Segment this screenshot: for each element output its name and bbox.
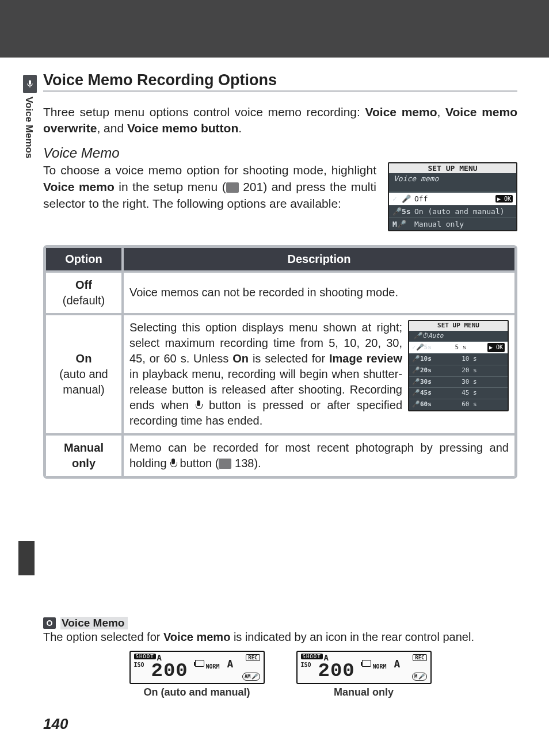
camera-setup-menu-screenshot: SET UP MENU Voice memo ✓ 🎤 Off ▶ OK 🎤5s … [388,162,517,231]
mic-icon [195,400,202,411]
manual-mic-icon: M🎤 [392,220,414,228]
menu-row-on: 🎤5s On (auto and manual) [389,205,516,217]
submenu-row: ✓🎤5s5 s▶ OK [409,341,508,353]
submenu-row: 🎤30s30 s [409,376,508,388]
norm-label: NORM [373,663,387,670]
opt-off-sub: (default) [52,293,116,308]
desc-on: Selecting this option displays menu show… [129,320,402,429]
iso-label: ISO [301,662,311,668]
shoot-tag: SHOOT [301,654,323,659]
submenu-row: 🎤20s20 s [409,365,508,376]
submenu-row: 🎤45s45 s [409,387,508,399]
subheading-voice-memo: Voice Memo [43,145,517,161]
control-panel-display: SHOOT A ISO 200 NORM A REC M🎤 [296,651,432,684]
menu-row-off: ✓ 🎤 Off ▶ OK [389,192,516,205]
mode-a-icon: A [227,658,234,670]
col-description: Description [123,247,516,272]
opt-on-sub: (auto and manual) [52,366,116,398]
top-dark-band [0,0,549,58]
m-mode-badge: M🎤 [412,673,426,681]
intro-paragraph: Three setup menu options control voice m… [43,104,517,137]
control-panel-display: SHOOT A ISO 200 NORM A REC AM🎤 [129,651,265,684]
lead-paragraph: To choose a voice memo option for shooti… [43,162,376,212]
camera-auto-submenu-screenshot: SET UP MENU 🎤⏱Auto ✓🎤5s5 s▶ OK 🎤10s10 s … [408,320,509,411]
mode-a-icon: A [394,658,401,670]
panel-caption-auto-manual: On (auto and manual) [129,686,265,698]
panel-caption-manual-only: Manual only [296,686,432,698]
iso-value: 200 [151,660,188,682]
rec-badge: REC [246,654,260,661]
note-text: The option selected for Voice memo is in… [43,631,517,644]
page-title: Voice Memo Recording Options [43,71,517,92]
opt-manual: Manual only [45,434,123,477]
am-mode-badge: AM🎤 [242,673,260,681]
submenu-row: 🎤10s10 s [409,353,508,365]
desc-manual: Memo can be recorded for most recent pho… [123,434,516,477]
page-ref-icon [219,459,231,469]
options-table: Option Description Off (default) Voice m… [43,245,517,479]
card-icon [195,660,204,667]
page-number: 140 [43,715,68,733]
page-ref-icon [226,182,239,193]
mic-icon [170,459,177,469]
card-icon [362,660,371,667]
intro-bold-3: Voice memo button [127,121,238,135]
table-row: On (auto and manual) Selecting this opti… [45,314,516,434]
submenu-row: 🎤60s60 s [409,399,508,410]
camera-menu-crumb: Voice memo [394,174,439,183]
mic-5s-icon: 🎤5s [392,207,414,216]
col-option: Option [45,247,123,272]
table-row: Off (default) Voice memos can not be rec… [45,272,516,314]
iso-value: 200 [318,660,355,682]
opt-on: On [76,352,92,365]
ok-indicator: ▶ OK [495,195,513,203]
note-title: Voice Memo [60,617,128,629]
note-icon [43,617,56,629]
rear-panel-manual-only: SHOOT A ISO 200 NORM A REC M🎤 Manual onl… [296,651,432,698]
camera-menu-title: SET UP MENU [389,163,516,173]
table-row: Manual only Memo can be recorded for mos… [45,434,516,477]
shoot-tag: SHOOT [134,654,156,659]
check-mic-icon: ✓ 🎤 [392,194,414,203]
rear-panel-auto-manual: SHOOT A ISO 200 NORM A REC AM🎤 On (auto … [129,651,265,698]
norm-label: NORM [206,663,220,670]
intro-bold-1: Voice memo [365,105,437,119]
opt-off: Off [75,278,92,291]
iso-label: ISO [134,662,144,668]
rec-badge: REC [413,654,426,661]
desc-off: Voice memos can not be recorded in shoot… [123,272,516,314]
intro-text: Three setup menu options control voice m… [43,105,365,119]
menu-row-manual: M🎤 Manual only [389,217,516,230]
